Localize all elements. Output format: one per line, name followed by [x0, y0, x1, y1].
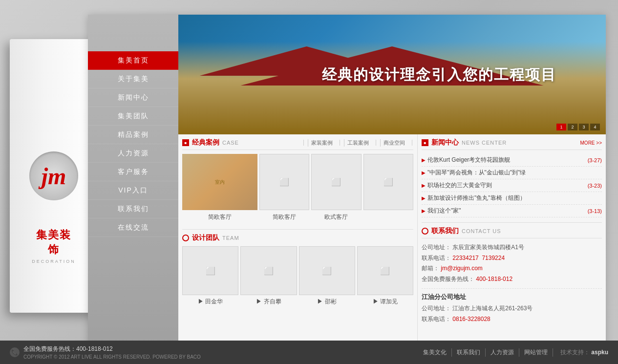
nav-item-contact[interactable]: 联系我们: [88, 200, 178, 218]
branch-phone-line: 联系电话： 0816-3228028: [422, 314, 602, 325]
contact-hotline-label: 全国免费服务热线：: [422, 276, 474, 282]
logo-letter: jm: [42, 163, 66, 190]
news-icon: ■: [422, 139, 428, 146]
nav-item-about[interactable]: 关于集美: [88, 70, 178, 88]
footer-tech-support: 技术支持： aspku: [560, 348, 608, 357]
team-member-2: ▶ 齐自攀: [240, 298, 297, 306]
news-title-3[interactable]: 职场社交的三大黄金守则: [427, 181, 586, 190]
news-list: ▶ 伦敦Kurt Geiger考文特花园旗舰 (3-27) ▶ "中国琴"两会视…: [422, 154, 602, 217]
team-img-3: ⬜: [322, 266, 332, 276]
team-img-4: ⬜: [380, 266, 390, 276]
case-labels: 简欧客厅 简欧客厅 欧式客厅: [182, 213, 413, 225]
broken-img-3: ⬜: [331, 177, 341, 187]
banner-dots: 1 2 3 4: [556, 124, 600, 130]
team-member-4: ▶ 谭加见: [357, 298, 413, 306]
banner-dot-4[interactable]: 4: [590, 124, 600, 130]
contact-hotline-line: 全国免费服务热线： 400-1818-012: [422, 274, 602, 285]
case-image-2: ⬜: [259, 154, 309, 210]
contact-address-label: 公司地址：: [422, 244, 451, 251]
branch-phone-value: 0816-3228028: [452, 316, 490, 322]
banner-text: 经典的设计理念引入您的工程项目: [322, 64, 556, 85]
nav-item-hr[interactable]: 人力资源: [88, 144, 178, 163]
footer: 📞 全国免费服务热线：400-1818-012 COPYRIGHT © 2012…: [0, 341, 618, 364]
brand-name-cn: 集美装饰: [32, 228, 76, 257]
team-title-cn: 设计团队: [192, 234, 219, 242]
tab-business[interactable]: 商业空间: [380, 139, 408, 147]
team-circle-icon: [182, 235, 189, 241]
case-thumb-3[interactable]: ⬜: [311, 154, 361, 210]
banner: 经典的设计理念引入您的工程项目 1 2 3 4: [178, 15, 606, 134]
team-thumb-3[interactable]: ⬜: [299, 246, 355, 295]
contact-icon: [422, 228, 428, 235]
branch-address-label: 公司地址：: [422, 305, 451, 312]
tab-separator-1: [303, 140, 304, 146]
team-thumb-2[interactable]: ⬜: [240, 246, 297, 295]
right-section: ■ 新闻中心 NEWS CENTER MORE >> ▶ 伦敦Kurt Geig…: [418, 134, 606, 349]
team-member-3: ▶ 邵彬: [299, 298, 355, 306]
contact-hotline-value: 400-1818-012: [476, 276, 512, 282]
nav-item-vip[interactable]: VIP入口: [88, 181, 178, 200]
nav-item-chat[interactable]: 在线交流: [88, 218, 178, 237]
case-thumb-1[interactable]: 室内: [182, 154, 257, 210]
footer-nav-admin[interactable]: 网站管理: [519, 348, 553, 357]
news-date-1: (3-27): [588, 157, 602, 163]
cases-tabs: 家装案例 工装案例 商业空间: [302, 139, 413, 147]
broken-img-2: ⬜: [279, 177, 289, 187]
cases-title-en: CASE: [222, 140, 239, 146]
case-label-4: [363, 213, 413, 225]
footer-hotline-text: 全国免费服务热线：400-1818-012: [23, 345, 201, 353]
footer-nav-hr[interactable]: 人力资源: [486, 348, 519, 357]
team-header: 设计团队 TEAM: [182, 234, 413, 242]
team-thumb-1[interactable]: ⬜: [182, 246, 238, 295]
case-label-2: 简欧客厅: [259, 213, 309, 225]
footer-tech-brand: aspku: [591, 349, 608, 356]
contact-branch: 江油分公司地址 公司地址： 江油市上海城名人苑261-263号 联系电话： 08…: [422, 288, 602, 324]
nav-item-home[interactable]: 集美首页: [88, 51, 178, 70]
cases-icon: ■: [182, 139, 189, 146]
news-item-5: ▶ 我们这个"家" (3-13): [422, 205, 602, 217]
nav-item-service[interactable]: 客户服务: [88, 163, 178, 181]
contact-email-label: 邮箱：: [422, 265, 439, 272]
brand-text-block: 集美装饰 DECORATION: [32, 228, 76, 264]
case-gallery: 室内 ⬜ ⬜ ⬜: [182, 154, 413, 210]
nav-items-container: 集美首页 关于集美 新闻中心 集美团队 精品案例 人力资源 客户服务 VIP入口…: [88, 51, 178, 237]
news-title-1[interactable]: 伦敦Kurt Geiger考文特花园旗舰: [427, 156, 586, 164]
team-title-en: TEAM: [222, 235, 239, 241]
footer-phone-icon: 📞: [10, 347, 20, 357]
case-image-4: ⬜: [363, 154, 413, 210]
case-thumb-2[interactable]: ⬜: [259, 154, 309, 210]
brand-name-en: DECORATION: [32, 259, 76, 264]
tab-commercial[interactable]: 工装案例: [344, 139, 372, 147]
broken-img-4: ⬜: [384, 177, 393, 187]
nav-item-news[interactable]: 新闻中心: [88, 88, 178, 107]
contact-email-value[interactable]: jm@zigujm.com: [441, 265, 483, 272]
contact-phone-value: 22334217 7139224: [452, 255, 505, 261]
banner-dot-2[interactable]: 2: [568, 124, 577, 130]
news-arrow-1: ▶: [422, 157, 426, 163]
team-thumb-4[interactable]: ⬜: [357, 246, 413, 295]
branch-info: 公司地址： 江油市上海城名人苑261-263号 联系电话： 0816-32280…: [422, 303, 602, 324]
tab-home-decor[interactable]: 家装案例: [308, 139, 336, 147]
case-image-3: ⬜: [311, 154, 361, 210]
news-title-2[interactable]: "中国琴"两会视角：从"金山银山"到"绿: [427, 169, 602, 177]
nav-item-cases[interactable]: 精品案例: [88, 126, 178, 144]
logo-circle: jm: [29, 151, 78, 200]
banner-dot-1[interactable]: 1: [556, 124, 566, 130]
footer-nav-contact[interactable]: 联系我们: [452, 348, 486, 357]
case-thumb-4[interactable]: ⬜: [363, 154, 413, 210]
team-img-2: ⬜: [264, 266, 274, 276]
contact-address-line: 公司地址： 东辰宜家美装饰城四楼A1号: [422, 242, 602, 253]
news-arrow-3: ▶: [422, 183, 426, 188]
news-title-4[interactable]: 新加坡设计师推出"鱼丸"靠椅（组图）: [427, 194, 602, 202]
branch-address-value: 江油市上海城名人苑261-263号: [452, 305, 533, 312]
banner-dot-3[interactable]: 3: [579, 124, 589, 130]
footer-right: 集美文化 联系我们 人力资源 网站管理 技术支持： aspku: [418, 348, 608, 357]
footer-nav-culture[interactable]: 集美文化: [418, 348, 452, 357]
news-title-5[interactable]: 我们这个"家": [427, 207, 586, 215]
news-item-2: ▶ "中国琴"两会视角：从"金山银山"到"绿: [422, 167, 602, 179]
team-labels: ▶ 田金华 ▶ 齐自攀 ▶ 邵彬 ▶ 谭加见: [182, 298, 413, 306]
tab-separator-2: [340, 140, 340, 146]
news-more-link[interactable]: MORE >>: [580, 140, 602, 146]
nav-item-team[interactable]: 集美团队: [88, 107, 178, 126]
tab-separator-3: [376, 140, 376, 146]
